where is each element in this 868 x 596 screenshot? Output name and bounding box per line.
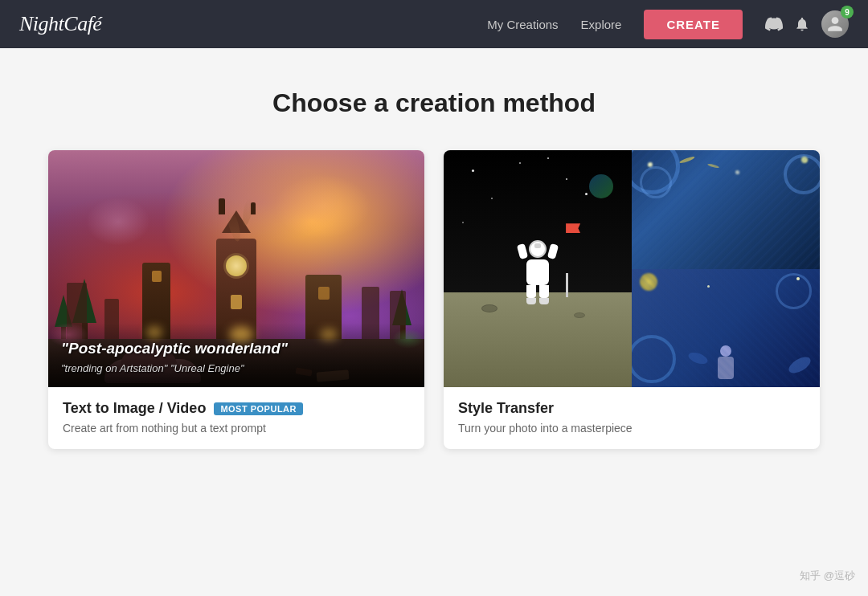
main-content: Choose a creation method [0, 48, 868, 481]
st-starry-bottom-panel [632, 269, 820, 388]
tti-overlay-sub-text: "trending on Artstation" "Unreal Engine" [61, 362, 411, 374]
nav-icons: 9 [765, 10, 849, 38]
st-card-desc: Turn your photo into a masterpiece [458, 422, 805, 435]
discord-icon[interactable] [765, 15, 783, 33]
moon-surface [444, 292, 632, 387]
explore-link[interactable]: Explore [581, 18, 622, 31]
tti-overlay-main-text: "Post-apocalyptic wonderland" [61, 339, 411, 359]
tti-card-image: "Post-apocalyptic wonderland" "trending … [48, 150, 424, 387]
navbar-right: My Creations Explore CREATE [487, 10, 849, 39]
st-card-title: Style Transfer [458, 400, 554, 417]
user-avatar-wrapper[interactable]: 9 [821, 10, 849, 38]
st-moon-panel [444, 150, 632, 387]
style-transfer-card[interactable]: Style Transfer Turn your photo into a ma… [444, 150, 820, 449]
text-to-image-card[interactable]: "Post-apocalyptic wonderland" "trending … [48, 150, 424, 449]
my-creations-link[interactable]: My Creations [487, 18, 558, 31]
st-card-info: Style Transfer Turn your photo into a ma… [444, 387, 820, 449]
st-background [444, 150, 820, 387]
tti-card-desc: Create art from nothing but a text promp… [63, 422, 410, 435]
tti-title-row: Text to Image / Video MOST POPULAR [63, 400, 410, 417]
navbar: NightCafé My Creations Explore CREATE [0, 0, 868, 48]
create-button[interactable]: CREATE [644, 10, 743, 39]
st-card-image [444, 150, 820, 387]
tti-card-info: Text to Image / Video MOST POPULAR Creat… [48, 387, 424, 449]
tti-card-title: Text to Image / Video [63, 400, 206, 417]
st-title-row: Style Transfer [458, 400, 805, 417]
watermark: 知乎 @逗砂 [800, 569, 855, 583]
app-logo[interactable]: NightCafé [19, 12, 101, 36]
most-popular-badge: MOST POPULAR [214, 402, 303, 415]
cards-grid: "Post-apocalyptic wonderland" "trending … [48, 150, 820, 449]
tti-overlay: "Post-apocalyptic wonderland" "trending … [48, 323, 424, 387]
st-starry-top-panel [632, 150, 820, 269]
page-title: Choose a creation method [16, 88, 852, 118]
astronaut-figure [526, 240, 549, 304]
notifications-icon[interactable] [794, 16, 810, 32]
notification-badge: 9 [841, 6, 854, 18]
